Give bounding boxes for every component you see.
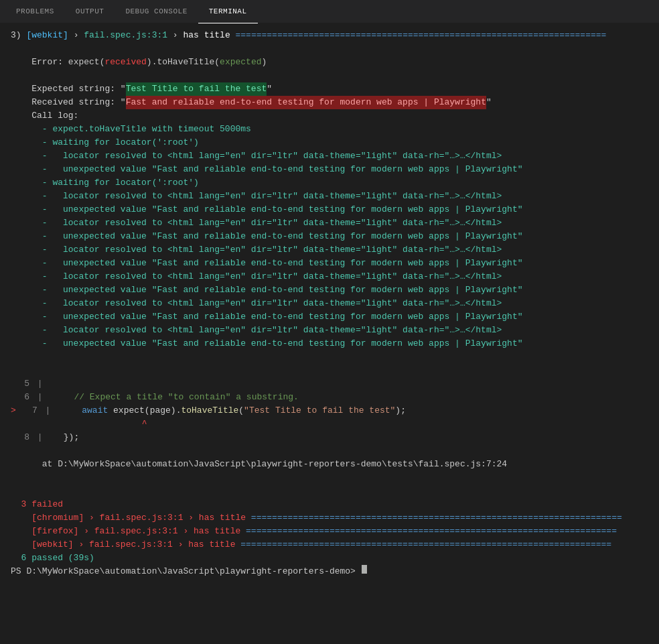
terminal-content: 3) [webkit] › fail.spec.js:3:1 › has tit…: [0, 23, 659, 584]
caret-line: ^: [0, 417, 659, 431]
summary-failed-header: 3 failed: [0, 498, 659, 511]
blank-line-1: [0, 42, 659, 56]
prompt-line[interactable]: PS D:\MyWorkSpace\automation\JavaScript\…: [0, 565, 659, 578]
blank-line-4: [0, 364, 659, 377]
received-string-line: Received string: "Fast and reliable end-…: [0, 96, 659, 109]
summary-passed-line: 6 passed (39s): [0, 552, 659, 565]
call-log-label: Call log:: [0, 109, 659, 123]
error-line: Error: expect(received).toHaveTitle(expe…: [0, 56, 659, 69]
blank-line-5: [0, 444, 659, 458]
call-log-item-17: - unexpected value "Fast and reliable en…: [0, 337, 659, 350]
call-log-item-6: - locator resolved to <html lang="en" di…: [0, 190, 659, 203]
call-log-item-4: - unexpected value "Fast and reliable en…: [0, 163, 659, 176]
cursor-block: [362, 565, 367, 574]
call-log-item-15: - unexpected value "Fast and reliable en…: [0, 310, 659, 324]
call-log-item-8: - locator resolved to <html lang="en" di…: [0, 216, 659, 230]
tab-bar: PROBLEMS OUTPUT DEBUG CONSOLE TERMINAL: [0, 0, 659, 23]
tab-output[interactable]: OUTPUT: [65, 0, 115, 23]
test-header-line: 3) [webkit] › fail.spec.js:3:1 › has tit…: [0, 29, 659, 42]
stack-trace-line: at D:\MyWorkSpace\automation\JavaScript\…: [0, 458, 659, 471]
call-log-item-11: - unexpected value "Fast and reliable en…: [0, 257, 659, 270]
call-log-item-9: - unexpected value "Fast and reliable en…: [0, 230, 659, 243]
call-log-item-10: - locator resolved to <html lang="en" di…: [0, 243, 659, 257]
call-log-item-3: - locator resolved to <html lang="en" di…: [0, 149, 659, 163]
code-line-8: 8 | });: [0, 431, 659, 444]
code-line-7: > 7 | await expect(page).toHaveTitle("Te…: [0, 404, 659, 417]
code-line-5: 5 |: [0, 377, 659, 391]
call-log-item-16: - locator resolved to <html lang="en" di…: [0, 324, 659, 337]
call-log-item-5: - waiting for locator(':root'): [0, 176, 659, 190]
call-log-item-13: - unexpected value "Fast and reliable en…: [0, 283, 659, 297]
call-log-item-14: - locator resolved to <html lang="en" di…: [0, 297, 659, 310]
tab-problems[interactable]: PROBLEMS: [5, 0, 65, 23]
expected-string-line: Expected string: "Test Title to fail the…: [0, 82, 659, 96]
blank-line-2: [0, 69, 659, 82]
blank-line-7: [0, 485, 659, 498]
summary-failed-webkit: [webkit] › fail.spec.js:3:1 › has title …: [0, 538, 659, 552]
tab-debug-console[interactable]: DEBUG CONSOLE: [115, 0, 198, 23]
summary-failed-firefox: [firefox] › fail.spec.js:3:1 › has title…: [0, 525, 659, 538]
call-log-item-12: - locator resolved to <html lang="en" di…: [0, 270, 659, 283]
call-log-item-2: - waiting for locator(':root'): [0, 136, 659, 149]
blank-line-6: [0, 471, 659, 485]
call-log-item-7: - unexpected value "Fast and reliable en…: [0, 203, 659, 216]
summary-failed-chromium: [chromium] › fail.spec.js:3:1 › has titl…: [0, 511, 659, 525]
tab-terminal[interactable]: TERMINAL: [198, 0, 258, 23]
code-line-6: 6 | // Expect a title "to contain" a sub…: [0, 391, 659, 404]
blank-line-3: [0, 350, 659, 364]
call-log-item-1: - expect.toHaveTitle with timeout 5000ms: [0, 123, 659, 136]
